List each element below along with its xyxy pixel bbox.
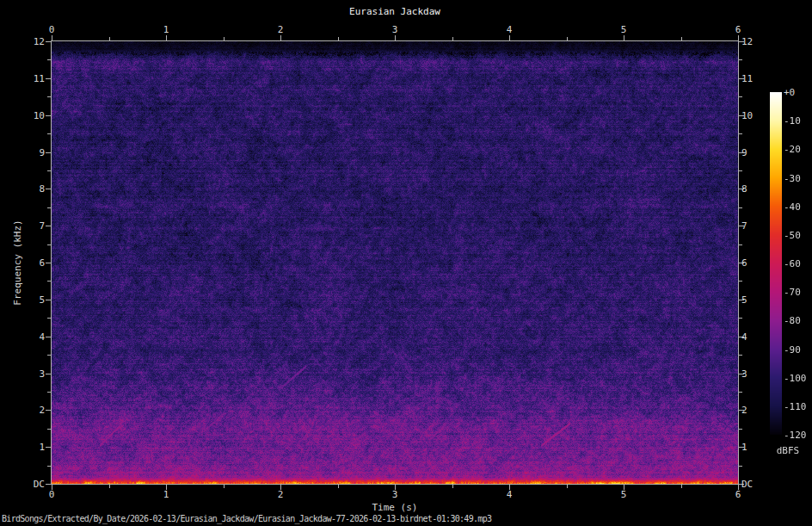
- y-tick-left: [46, 189, 51, 189]
- x-tick-top: [109, 37, 110, 40]
- colorbar-tick-label: -20: [784, 144, 801, 155]
- y-tick-label-right: 12: [741, 36, 779, 47]
- y-tick-left: [46, 410, 51, 411]
- y-tick-left: [47, 355, 51, 356]
- colorbar-tick-label: -30: [784, 173, 801, 184]
- y-tick-right: [739, 170, 742, 171]
- y-tick-left: [47, 96, 51, 97]
- y-tick-left: [46, 41, 51, 42]
- x-tick-top: [166, 35, 167, 40]
- y-tick-left: [47, 392, 51, 393]
- x-tick-label-bottom: 1: [149, 489, 183, 500]
- y-tick-right: [739, 133, 742, 134]
- y-tick-left: [46, 300, 51, 300]
- x-tick-top: [509, 35, 510, 40]
- colorbar-tick-label: -110: [784, 401, 807, 412]
- x-tick-label-bottom: 3: [378, 489, 412, 500]
- file-path: BirdSongs/Extracted/By_Date/2026-02-13/E…: [2, 513, 491, 524]
- y-tick-right: [739, 466, 742, 467]
- x-tick-bottom: [567, 485, 568, 488]
- x-tick-bottom: [681, 485, 682, 488]
- y-tick-label-left: 11: [0, 73, 45, 84]
- y-tick-label-right: 11: [741, 73, 779, 84]
- y-tick-left: [47, 133, 51, 134]
- y-tick-left: [46, 78, 51, 79]
- x-tick-top: [681, 37, 682, 40]
- x-tick-bottom: [109, 485, 110, 488]
- y-tick-left: [47, 429, 51, 430]
- x-tick-label-top: 3: [378, 24, 412, 35]
- y-tick-left: [47, 59, 51, 60]
- plot-border-left: [51, 40, 52, 485]
- y-tick-left: [46, 484, 51, 485]
- y-tick-left: [46, 226, 51, 226]
- x-tick-label-top: 0: [34, 24, 69, 35]
- y-tick-label-left: DC: [0, 479, 45, 490]
- x-tick-top: [567, 37, 568, 40]
- x-tick-label-top: 6: [721, 24, 755, 35]
- y-tick-right: [739, 207, 742, 208]
- y-tick-right: [739, 96, 742, 97]
- colorbar-tick-label: +0: [784, 87, 795, 98]
- y-tick-label-left: 1: [0, 442, 45, 453]
- y-tick-left: [47, 466, 51, 467]
- y-tick-label-left: 2: [0, 405, 45, 416]
- y-tick-label-right: DC: [741, 479, 779, 490]
- x-tick-label-bottom: 5: [606, 489, 641, 500]
- y-tick-right: [739, 392, 742, 393]
- x-tick-label-bottom: 6: [721, 489, 755, 500]
- y-tick-right: [739, 429, 742, 430]
- y-axis-title: Frequency (kHz): [12, 220, 23, 305]
- x-tick-label-top: 5: [606, 24, 641, 35]
- colorbar-tick-label: -80: [784, 315, 801, 326]
- colorbar-tick-label: -120: [784, 430, 807, 441]
- colorbar-tick-label: -50: [784, 230, 801, 241]
- x-tick-label-bottom: 4: [492, 489, 526, 500]
- x-tick-top: [452, 37, 453, 40]
- spectrogram-canvas: [52, 41, 738, 484]
- y-tick-left: [46, 374, 51, 374]
- x-tick-bottom: [224, 485, 225, 488]
- x-tick-label-top: 4: [492, 24, 526, 35]
- y-tick-left: [46, 152, 51, 153]
- x-tick-top: [224, 37, 225, 40]
- x-tick-top: [52, 35, 52, 40]
- y-tick-right: [739, 281, 742, 282]
- x-tick-label-bottom: 0: [34, 489, 69, 500]
- colorbar-tick-label: -10: [784, 115, 801, 127]
- colorbar-tick-label: -70: [784, 287, 801, 298]
- chart-title: Eurasian Jackdaw: [52, 6, 738, 17]
- y-tick-right: [739, 355, 742, 356]
- plot-border-top: [51, 40, 739, 41]
- x-tick-bottom: [338, 485, 339, 488]
- colorbar-tick-label: -100: [784, 373, 807, 384]
- y-tick-label-left: 12: [0, 36, 45, 47]
- y-tick-left: [47, 318, 51, 319]
- colorbar-canvas: [770, 92, 782, 435]
- spectrogram-window: { "window": { "width_px": 944, "height_p…: [0, 0, 812, 526]
- x-tick-top: [338, 37, 339, 40]
- x-tick-top: [738, 35, 739, 40]
- y-tick-left: [46, 115, 51, 116]
- colorbar-tick-label: -60: [784, 258, 801, 269]
- x-axis-title: Time (s): [52, 502, 738, 513]
- y-tick-left: [46, 447, 51, 448]
- y-tick-label-left: 10: [0, 110, 45, 121]
- y-tick-left: [47, 207, 51, 208]
- y-tick-left: [46, 263, 51, 263]
- colorbar-unit-label: dBFS: [768, 445, 808, 456]
- y-tick-left: [46, 337, 51, 337]
- y-tick-label-left: 3: [0, 368, 45, 380]
- y-tick-left: [47, 281, 51, 282]
- x-tick-label-bottom: 2: [263, 489, 298, 500]
- y-tick-left: [47, 170, 51, 171]
- y-tick-right: [739, 244, 742, 245]
- y-tick-right: [739, 59, 742, 60]
- colorbar-tick-label: -90: [784, 344, 801, 356]
- x-tick-label-top: 1: [149, 24, 183, 35]
- x-tick-top: [624, 35, 624, 40]
- y-tick-right: [739, 318, 742, 319]
- colorbar-tick-label: -40: [784, 201, 801, 213]
- y-tick-label-left: 8: [0, 183, 45, 195]
- y-tick-label-left: 9: [0, 147, 45, 158]
